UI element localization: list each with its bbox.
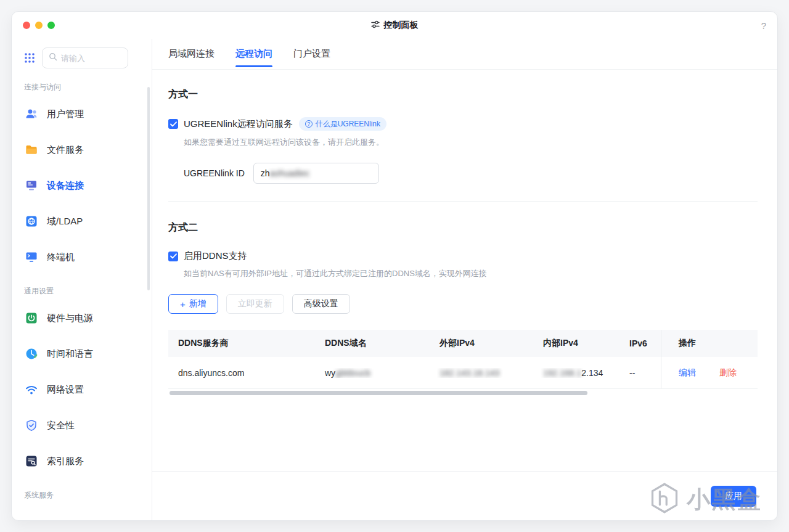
redacted-text: 182.143.18.143 [439, 368, 499, 378]
minimize-button[interactable] [35, 22, 43, 29]
sidebar-section-system: 系统服务 [24, 490, 152, 501]
sidebar-item-label: 用户管理 [47, 108, 84, 120]
window-controls [23, 22, 55, 29]
method2-description: 如当前NAS有可用外部IP地址，可通过此方式绑定已注册的DDNS域名，实现外网连… [184, 268, 758, 279]
window-title: 控制面板 [371, 20, 419, 31]
ugreenlink-id-input[interactable]: zhaohuadiec [253, 163, 379, 184]
sidebar-item-user-management[interactable]: 用户管理 [24, 96, 152, 132]
cell-external-ipv4: 182.143.18.143 [430, 368, 533, 378]
tab-label: 远程访问 [235, 48, 272, 60]
header-domain: DDNS域名 [315, 338, 430, 349]
sidebar-item-index-service[interactable]: 索引服务 [24, 443, 152, 479]
apply-button[interactable]: 应用 [711, 486, 756, 507]
sidebar-item-security[interactable]: 安全性 [24, 407, 152, 443]
shield-icon [24, 418, 39, 433]
window-title-text: 控制面板 [384, 20, 419, 31]
cell-internal-ipv4: 192.168.12.134 [533, 368, 619, 378]
tab-remote-access[interactable]: 远程访问 [235, 39, 272, 69]
search-icon [49, 52, 57, 63]
folder-icon [24, 142, 39, 157]
domain-visible: wy [325, 368, 335, 378]
delete-link[interactable]: 删除 [719, 367, 737, 379]
sidebar-item-device-connection[interactable]: 设备连接 [24, 168, 152, 203]
tab-label: 局域网连接 [168, 48, 215, 60]
header-actions: 操作 [661, 330, 758, 357]
internal-ipv4-visible: 2.134 [581, 368, 603, 378]
domain-icon [24, 214, 39, 229]
badge-label: 什么是UGREENlink [316, 119, 380, 129]
plus-icon: + [180, 299, 186, 309]
header-external-ipv4: 外部IPv4 [430, 338, 533, 349]
sidebar-item-label: 文件服务 [47, 144, 84, 156]
update-button-label: 立即更新 [238, 298, 272, 309]
users-icon [24, 107, 39, 121]
redacted-text: 192.168.1 [543, 368, 581, 378]
method2-title: 方式二 [168, 221, 758, 234]
sidebar-item-label: 设备连接 [47, 180, 84, 192]
content-panel: 局域网连接 远程访问 门户设置 方式一 UGREENlink远程访问服务 [152, 39, 777, 520]
time-language-icon [24, 346, 39, 361]
apps-grid-icon[interactable] [24, 52, 35, 63]
sidebar-item-label: 索引服务 [47, 456, 84, 467]
ddns-table: DDNS服务商 DDNS域名 外部IPv4 内部IPv4 IPv6 操作 dns… [168, 330, 758, 389]
add-button-label: 新增 [189, 298, 206, 309]
ugreenlink-id-label: UGREENlink ID [184, 168, 245, 178]
apply-button-label: 应用 [725, 491, 742, 502]
header-internal-ipv4: 内部IPv4 [533, 338, 619, 349]
what-is-ugreenlink-badge[interactable]: ? 什么是UGREENlink [299, 117, 386, 131]
header-provider: DDNS服务商 [168, 338, 315, 349]
zoom-button[interactable] [47, 22, 55, 29]
help-icon[interactable]: ? [761, 20, 766, 31]
ddns-checkbox-label: 启用DDNS支持 [184, 250, 247, 262]
sidebar-item-time-language[interactable]: 时间和语言 [24, 336, 152, 372]
control-panel-window: 控制面板 ? 连接与访问 用户 [11, 11, 778, 521]
table-horizontal-scrollbar[interactable] [170, 391, 587, 395]
tab-portal-settings[interactable]: 门户设置 [293, 39, 330, 69]
sidebar-item-terminal[interactable]: 终端机 [24, 239, 152, 275]
sidebar-item-label: 域/LDAP [47, 216, 83, 227]
advanced-settings-button[interactable]: 高级设置 [292, 294, 350, 314]
sidebar-item-label: 安全性 [47, 420, 75, 432]
cell-provider: dns.aliyuncs.com [168, 368, 315, 378]
edit-link[interactable]: 编辑 [679, 367, 696, 379]
cell-domain: wygbldoucb [315, 368, 430, 378]
network-icon [24, 382, 39, 397]
section-divider [168, 201, 758, 202]
table-row: dns.aliyuncs.com wygbldoucb 182.143.18.1… [168, 357, 758, 389]
sidebar-scrollbar[interactable] [147, 87, 150, 290]
control-panel-icon [371, 20, 380, 31]
sidebar-search [42, 47, 128, 68]
tab-content: 方式一 UGREENlink远程访问服务 ? 什么是UGREENlink 如果您… [152, 70, 777, 471]
cell-actions: 编辑 删除 [661, 357, 758, 388]
index-service-icon [24, 454, 39, 469]
table-header-row: DDNS服务商 DDNS域名 外部IPv4 内部IPv4 IPv6 操作 [168, 330, 758, 357]
tab-lan-connection[interactable]: 局域网连接 [168, 39, 215, 69]
ddns-checkbox[interactable] [168, 252, 178, 261]
tab-label: 门户设置 [293, 48, 330, 60]
sidebar-section-general: 通用设置 [24, 286, 152, 297]
sidebar-item-label: 终端机 [47, 252, 75, 263]
redacted-text: aohuadiec [270, 168, 310, 178]
id-value-visible: zh [261, 168, 270, 178]
header-ipv6: IPv6 [619, 338, 661, 348]
cell-ipv6: -- [619, 368, 661, 378]
sidebar: 连接与访问 用户管理 文件服务 设备连接 [12, 39, 152, 520]
ugreenlink-checkbox[interactable] [168, 119, 178, 129]
sidebar-item-network-settings[interactable]: 网络设置 [24, 372, 152, 407]
sidebar-item-hardware-power[interactable]: 硬件与电源 [24, 300, 152, 336]
sidebar-item-file-services[interactable]: 文件服务 [24, 132, 152, 168]
advanced-button-label: 高级设置 [304, 298, 338, 309]
question-icon: ? [305, 120, 313, 128]
sidebar-item-label: 时间和语言 [47, 348, 93, 360]
update-now-button[interactable]: 立即更新 [226, 294, 284, 314]
redacted-text: gbldoucb [335, 368, 370, 378]
method1-title: 方式一 [168, 88, 758, 101]
sidebar-item-domain-ldap[interactable]: 域/LDAP [24, 203, 152, 239]
add-ddns-button[interactable]: + 新增 [168, 294, 218, 314]
sidebar-section-connection: 连接与访问 [24, 82, 152, 92]
hardware-power-icon [24, 311, 39, 325]
footer-bar: 应用 [152, 471, 777, 520]
method1-description: 如果您需要通过互联网远程访问该设备，请开启此服务。 [184, 137, 758, 148]
search-input[interactable] [61, 54, 121, 63]
close-button[interactable] [23, 22, 30, 29]
